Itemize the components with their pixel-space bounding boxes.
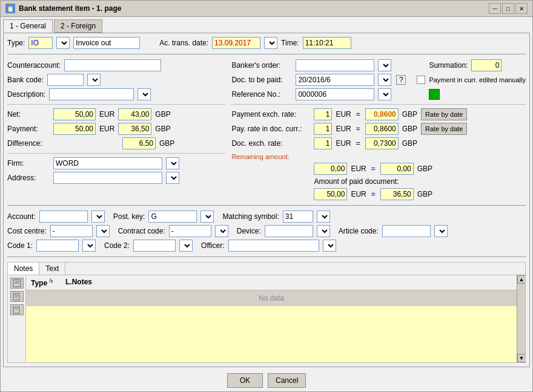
firm-field[interactable] [53,157,162,169]
account-dropdown[interactable] [91,211,105,223]
divider-5 [7,205,526,206]
bank-code-field[interactable] [47,74,84,86]
scroll-up-btn[interactable]: ▲ [517,275,525,284]
remaining-eur-field[interactable] [314,163,347,175]
close-button[interactable]: ✕ [515,3,528,14]
payment-gbp-field[interactable] [118,123,151,135]
description-label: Description: [7,90,45,99]
bottom-buttons: OK Cancel [1,370,532,391]
notes-main: Type /₂ L.Notes No data [26,275,517,362]
firm-dropdown[interactable] [166,157,179,169]
payment-exch-1[interactable] [314,108,332,120]
summation-label: Summation: [429,61,468,70]
payment-exch-value[interactable] [365,108,399,120]
post-key-dropdown[interactable] [200,211,214,223]
counteraccount-field[interactable] [64,59,161,71]
payment-label: Payment: [7,125,50,133]
post-key-field[interactable] [148,211,197,223]
main-window: 📋 Bank statement item - 1. page ─ □ ✕ 1 … [0,0,533,392]
type-dropdown[interactable] [56,37,70,49]
notes-sidebar-btn-2[interactable] [10,291,24,302]
matching-symbol-field[interactable] [283,211,313,223]
rate-by-date-btn-1[interactable]: Rate by date [421,108,467,120]
ac-trans-date-field[interactable] [212,37,260,49]
cost-centre-label: Cost centre: [7,227,47,235]
divider-6 [7,256,526,257]
net-currency1: EUR [99,110,114,119]
title-bar: 📋 Bank statement item - 1. page ─ □ ✕ [1,1,532,17]
address-field[interactable] [53,172,162,184]
notes-sidebar-btn-1[interactable] [10,278,24,289]
amount-paid-eur-field[interactable] [314,188,347,200]
doc-exch-gbp: GBP [402,139,417,148]
contract-code-dropdown[interactable] [215,225,228,237]
description-field[interactable] [49,88,134,100]
cost-centre-field[interactable] [50,225,93,237]
pay-rate-eur: EUR [336,125,351,133]
doc-exch-value[interactable] [365,137,399,149]
question-btn[interactable]: ? [396,75,406,85]
bankers-order-row: Banker's order: Summation: [231,59,526,71]
payment-eur-field[interactable] [53,123,96,135]
description-dropdown[interactable] [137,88,151,100]
bank-code-dropdown[interactable] [87,74,101,86]
notes-sidebar-btn-3[interactable] [10,304,24,315]
cost-centre-dropdown[interactable] [96,225,110,237]
scroll-down-btn[interactable]: ▼ [517,354,525,362]
tab-notes[interactable]: Notes [8,263,39,275]
net-gbp-field[interactable] [118,108,151,120]
article-code-field[interactable] [382,225,431,237]
amount-paid-gbp-field[interactable] [380,188,414,200]
officer-field[interactable] [228,240,319,252]
minimize-button[interactable]: ─ [489,3,501,14]
code1-field[interactable] [36,240,79,252]
code2-field[interactable] [133,240,176,252]
net-eur-field[interactable] [53,108,96,120]
device-dropdown[interactable] [317,225,330,237]
rate-by-date-btn-2[interactable]: Rate by date [421,123,467,135]
account-field[interactable] [39,211,88,223]
tab-foreign[interactable]: 2 - Foreign [54,19,102,33]
remaining-gbp-field[interactable] [380,163,414,175]
pay-rate-value[interactable] [365,123,399,135]
type-value-field[interactable] [73,37,140,49]
tab-general[interactable]: 1 - General [3,19,53,33]
doc-exch-label: Doc. exch. rate: [231,139,310,148]
doc-paid-dropdown[interactable] [378,74,391,86]
maximize-button[interactable]: □ [502,3,514,14]
device-field[interactable] [265,225,313,237]
left-column: Counteraccount: Bank code: Description: [7,59,225,200]
officer-dropdown[interactable] [323,240,336,252]
payment-curr-label: Payment in curr. edited manually [429,76,526,83]
reference-field[interactable] [296,88,374,100]
payment-row: Payment: EUR GBP [7,123,225,135]
pay-rate-1[interactable] [314,123,332,135]
reference-dropdown[interactable] [378,88,391,100]
contract-code-field[interactable] [169,225,211,237]
doc-paid-field[interactable] [296,74,374,86]
time-field[interactable] [303,37,351,49]
amount-paid-gbp-currency: GBP [417,190,432,198]
tab-text[interactable]: Text [39,263,65,275]
ok-button[interactable]: OK [227,373,263,388]
account-label: Account: [7,212,36,221]
code2-dropdown[interactable] [179,240,193,252]
matching-symbol-dropdown[interactable] [317,211,330,223]
payment-exch-label: Payment exch. rate: [231,110,310,119]
cancel-button[interactable]: Cancel [268,373,306,388]
address-dropdown[interactable] [166,172,179,184]
payment-curr-checkbox[interactable] [417,76,425,84]
ac-trans-date-dropdown[interactable] [264,37,277,49]
bankers-order-dropdown[interactable] [378,59,391,71]
doc-exch-1[interactable] [314,137,332,149]
article-code-dropdown[interactable] [434,225,448,237]
code1-dropdown[interactable] [82,240,96,252]
type-code-field[interactable] [28,37,53,49]
notes-col-lnotes: L.Notes [65,278,92,287]
doc-exch-eur: EUR [336,139,351,148]
notes-section: Notes Text [7,262,526,363]
notes-content: Type /₂ L.Notes No data ▲ ▼ [8,275,525,362]
bankers-order-field[interactable] [296,59,374,71]
difference-field[interactable] [122,137,156,149]
summation-field[interactable] [471,59,502,71]
